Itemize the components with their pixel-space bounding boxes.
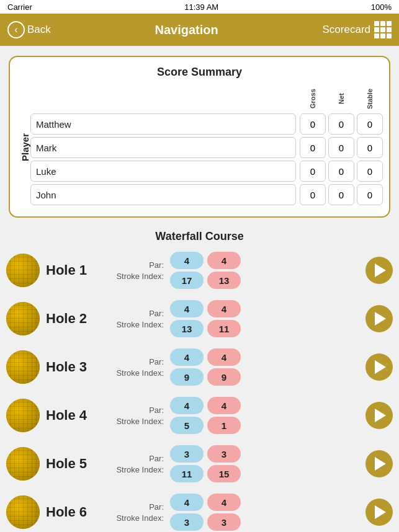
hole-row: Hole 6 Par: Stroke Index: 4 3 4 3: [6, 490, 393, 532]
status-bar: Carrier 11:39 AM 100%: [0, 0, 399, 14]
player-gross: 0: [300, 184, 326, 205]
si-badge-pink: 13: [207, 272, 241, 289]
golf-ball-icon: [6, 254, 40, 287]
hole-info: Par: Stroke Index:: [108, 357, 164, 378]
hole-play-button[interactable]: [365, 402, 393, 429]
hole-play-button[interactable]: [365, 257, 393, 284]
player-name-input[interactable]: [30, 137, 296, 158]
si-label: Stroke Index:: [116, 320, 164, 329]
hole-row: Hole 4 Par: Stroke Index: 4 5 4 1: [6, 393, 393, 438]
hole-play-button[interactable]: [365, 305, 393, 332]
golf-ball-icon: [6, 350, 40, 384]
par-badge-blue: 4: [170, 494, 204, 511]
par-badge-pink: 4: [207, 348, 241, 366]
score-summary-title: Score Summary: [16, 66, 383, 79]
par-label: Par:: [149, 454, 164, 463]
si-badge-blue: 13: [170, 320, 204, 337]
player-net: 0: [328, 161, 354, 182]
par-badge-blue: 4: [170, 300, 204, 317]
player-gross: 0: [300, 113, 326, 135]
si-label: Stroke Index:: [116, 417, 164, 426]
score-badges: 4 5 4 1: [170, 397, 359, 434]
score-badges: 3 11 3 15: [170, 445, 359, 482]
si-badge-pink: 1: [207, 417, 241, 434]
badge-col-pink: 4 9: [207, 348, 241, 386]
hole-row: Hole 3 Par: Stroke Index: 4 9 4 9: [6, 345, 393, 389]
par-label: Par:: [149, 260, 164, 270]
player-gross: 0: [300, 137, 326, 158]
golf-ball-icon: [6, 399, 40, 432]
play-triangle-icon: [375, 360, 386, 374]
play-triangle-icon: [375, 312, 386, 326]
par-label: Par:: [149, 502, 164, 512]
si-badge-pink: 9: [207, 368, 241, 386]
golf-ball-icon: [6, 495, 40, 529]
play-triangle-icon: [375, 505, 386, 519]
golf-ball-icon: [6, 447, 40, 481]
grid-icon: [374, 21, 392, 38]
hole-row: Hole 1 Par: Stroke Index: 4 17 4 13: [6, 248, 393, 293]
score-badges: 4 9 4 9: [170, 348, 359, 386]
si-label: Stroke Index:: [116, 272, 164, 281]
back-button[interactable]: ‹ Back: [7, 21, 51, 38]
player-axis-label: Player: [16, 86, 30, 208]
badge-col-blue: 4 5: [170, 397, 204, 434]
score-rows: 0 0 0 0 0 0 0 0 0 0 0 0: [30, 113, 383, 208]
score-badges: 4 17 4 13: [170, 252, 359, 289]
badge-col-blue: 4 9: [170, 348, 204, 386]
badge-col-pink: 3 15: [207, 445, 241, 482]
hole-name: Hole 2: [46, 311, 102, 327]
si-label: Stroke Index:: [116, 465, 164, 474]
play-triangle-icon: [375, 457, 386, 471]
player-name-input[interactable]: [30, 113, 296, 135]
player-stable: 0: [357, 137, 383, 158]
scorecard-button[interactable]: Scorecard: [323, 21, 392, 38]
score-table-wrapper: Player Gross Net Stable 0 0 0: [16, 86, 383, 208]
player-stable: 0: [357, 161, 383, 182]
player-net: 0: [328, 184, 354, 205]
badge-col-pink: 4 13: [207, 252, 241, 289]
hole-info: Par: Stroke Index:: [108, 454, 164, 474]
score-row: 0 0 0: [30, 137, 383, 158]
hole-name: Hole 5: [46, 456, 102, 472]
par-badge-pink: 4: [207, 397, 241, 414]
hole-info: Par: Stroke Index:: [108, 502, 164, 523]
hole-name: Hole 6: [46, 504, 102, 520]
badge-col-pink: 4 11: [207, 300, 241, 337]
course-name: Waterfall Course: [0, 224, 399, 248]
badge-col-blue: 4 17: [170, 252, 204, 289]
player-net: 0: [328, 113, 354, 135]
hole-play-button[interactable]: [365, 353, 393, 381]
si-label: Stroke Index:: [116, 513, 164, 523]
carrier-label: Carrier: [7, 2, 32, 12]
badge-col-blue: 4 3: [170, 494, 204, 531]
si-badge-pink: 3: [207, 513, 241, 531]
par-badge-blue: 4: [170, 397, 204, 414]
col-header-net: Net: [328, 86, 354, 111]
hole-row: Hole 5 Par: Stroke Index: 3 11 3 15: [6, 441, 393, 486]
si-badge-blue: 5: [170, 417, 204, 434]
score-summary-box: Score Summary Player Gross Net Stable: [9, 56, 390, 218]
badge-col-blue: 3 11: [170, 445, 204, 482]
player-stable: 0: [357, 113, 383, 135]
par-badge-pink: 4: [207, 494, 241, 511]
play-triangle-icon: [375, 409, 386, 422]
si-badge-blue: 17: [170, 272, 204, 289]
score-row: 0 0 0: [30, 161, 383, 182]
badge-col-blue: 4 13: [170, 300, 204, 337]
par-badge-pink: 4: [207, 300, 241, 317]
hole-play-button[interactable]: [365, 450, 393, 477]
scorecard-label: Scorecard: [323, 24, 370, 36]
hole-info: Par: Stroke Index:: [108, 260, 164, 281]
player-stable: 0: [357, 184, 383, 205]
par-badge-blue: 3: [170, 445, 204, 463]
hole-info: Par: Stroke Index:: [108, 406, 164, 426]
player-name-input[interactable]: [30, 184, 296, 205]
hole-row: Hole 2 Par: Stroke Index: 4 13 4 11: [6, 296, 393, 341]
nav-title: Navigation: [155, 23, 218, 37]
player-name-input[interactable]: [30, 161, 296, 182]
back-chevron-icon: ‹: [7, 21, 25, 38]
par-label: Par:: [149, 406, 164, 415]
si-badge-blue: 11: [170, 465, 204, 482]
hole-play-button[interactable]: [365, 499, 393, 526]
